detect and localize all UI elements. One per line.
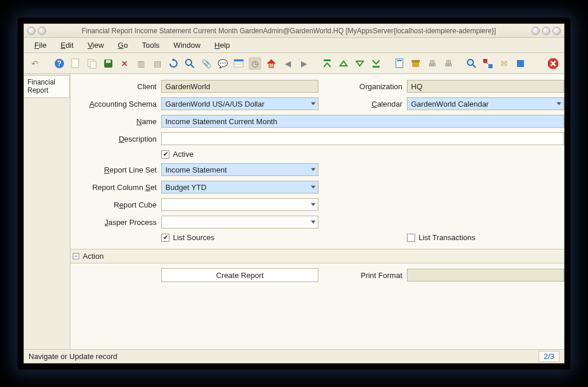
app-window: Financial Report Income Statement Curren… — [23, 23, 565, 364]
find-icon[interactable] — [183, 57, 196, 70]
organization-label: Organization — [322, 82, 403, 91]
name-label: Name — [70, 117, 158, 126]
svg-point-19 — [467, 59, 473, 65]
grid-icon[interactable] — [232, 57, 245, 70]
svg-rect-16 — [397, 60, 402, 61]
action-section-label: Action — [83, 252, 104, 261]
svg-text:?: ? — [57, 59, 61, 68]
description-label: Description — [70, 135, 158, 143]
svg-rect-4 — [90, 61, 96, 68]
tab-label-line2: Report — [27, 86, 66, 94]
calendar-label: Calendar — [322, 100, 403, 108]
print-format-label: Print Format — [322, 271, 403, 280]
nav-prev-icon[interactable]: ◀ — [281, 57, 294, 70]
maximize-button[interactable] — [542, 27, 550, 35]
report-cube-combo[interactable] — [161, 198, 318, 211]
help-icon[interactable]: ? — [53, 57, 66, 70]
menu-window[interactable]: Window — [168, 40, 206, 51]
exit-icon[interactable] — [547, 57, 559, 70]
active-checkbox-row[interactable]: ✔ Active — [161, 150, 564, 159]
refresh-icon[interactable] — [167, 57, 180, 70]
tab-sidebar: Financial Report — [24, 74, 70, 349]
list-transactions-row[interactable]: List Transactions — [407, 233, 564, 242]
active-checkbox[interactable]: ✔ — [161, 150, 169, 159]
history-icon[interactable]: ◷ — [249, 57, 261, 70]
organization-field: HQ — [407, 80, 564, 93]
window-title: Financial Report Income Statement Curren… — [46, 27, 532, 35]
calendar-combo[interactable]: GardenWorld Calendar — [407, 97, 564, 110]
action-section[interactable]: − Action — [70, 249, 564, 263]
svg-rect-2 — [72, 59, 79, 68]
menu-edit[interactable]: Edit — [55, 40, 79, 51]
zoom-icon[interactable] — [465, 57, 478, 70]
accounting-schema-combo[interactable]: GardenWorld US/A/US Dollar — [161, 97, 318, 110]
svg-rect-24 — [517, 60, 524, 67]
create-report-button[interactable]: Create Report — [161, 268, 318, 282]
menu-help[interactable]: Help — [208, 40, 236, 51]
print-icon[interactable]: 🖶 — [426, 57, 438, 70]
copy-icon[interactable] — [86, 57, 98, 70]
client-field: GardenWorld — [161, 80, 318, 93]
print-format-field — [407, 269, 564, 282]
list-sources-row[interactable]: ✔ List Sources — [161, 233, 318, 242]
chat-icon[interactable]: 💬 — [216, 57, 229, 70]
svg-line-23 — [487, 63, 488, 64]
tab-label-line1: Financial — [27, 78, 66, 86]
request-icon[interactable]: ✉ — [498, 57, 511, 70]
list-transactions-checkbox[interactable] — [407, 234, 415, 242]
save-icon[interactable] — [102, 57, 115, 70]
svg-line-8 — [191, 65, 194, 68]
svg-rect-18 — [412, 60, 420, 62]
menu-tools[interactable]: Tools — [136, 40, 165, 51]
home-icon[interactable] — [265, 57, 278, 70]
report-line-set-combo[interactable]: Income Statement — [161, 163, 318, 176]
first-record-icon[interactable] — [321, 57, 334, 70]
print2-icon[interactable]: 🖶 — [442, 57, 455, 70]
delete-icon[interactable]: ✕ — [118, 57, 131, 70]
nav-next-icon[interactable]: ▶ — [297, 57, 310, 70]
next-record-icon[interactable] — [353, 57, 366, 70]
name-field[interactable]: Income Statement Current Month — [161, 115, 564, 128]
workflow-icon[interactable] — [481, 57, 494, 70]
window-menu-icon[interactable] — [27, 27, 36, 35]
titlebar: Financial Report Income Statement Curren… — [24, 24, 564, 38]
archive-icon[interactable] — [409, 57, 422, 70]
form-panel: Client GardenWorld Organization HQ Accou… — [70, 74, 564, 349]
jasper-process-combo[interactable] — [161, 216, 318, 228]
record-counter: 2/3 — [539, 351, 559, 362]
svg-point-7 — [186, 59, 192, 65]
menu-go[interactable]: Go — [112, 40, 133, 51]
last-record-icon[interactable] — [370, 57, 382, 70]
new-icon[interactable] — [69, 57, 82, 70]
client-label: Client — [70, 82, 158, 91]
close-window-button[interactable] — [552, 27, 561, 35]
product-icon[interactable] — [514, 57, 527, 70]
tab-financial-report[interactable]: Financial Report — [24, 75, 70, 98]
menu-file[interactable]: File — [29, 40, 52, 51]
statusbar: Navigate or Update record 2/3 — [24, 349, 564, 363]
prev-record-icon[interactable] — [337, 57, 350, 70]
report-line-set-label: Report Line Set — [70, 166, 158, 174]
svg-rect-22 — [488, 64, 493, 68]
report-cube-label: Report Cube — [70, 200, 158, 209]
list-sources-label: List Sources — [173, 233, 215, 242]
list-transactions-label: List Transactions — [419, 233, 476, 242]
description-field[interactable] — [161, 132, 564, 145]
jasper-process-label: Jasper Process — [70, 218, 158, 227]
minimize-button[interactable] — [532, 27, 540, 35]
toolbar: ↶ ? ✕ ▥ ▤ 📎 💬 ◷ ◀ ▶ — [24, 53, 564, 74]
active-label: Active — [173, 150, 193, 159]
list-sources-checkbox[interactable]: ✔ — [161, 234, 169, 242]
attach-icon[interactable]: 📎 — [200, 57, 212, 70]
menubar: File Edit View Go Tools Window Help — [24, 38, 564, 53]
report-column-set-combo[interactable]: Budget YTD — [161, 181, 318, 194]
report-icon[interactable] — [393, 57, 406, 70]
undo-icon[interactable]: ↶ — [29, 57, 41, 70]
svg-rect-21 — [483, 59, 487, 63]
svg-line-20 — [473, 65, 476, 68]
folder2-icon[interactable]: ▤ — [151, 57, 164, 70]
menu-view[interactable]: View — [82, 40, 109, 51]
folder-icon[interactable]: ▥ — [134, 57, 147, 70]
main-area: Financial Report Client GardenWorld Orga… — [24, 74, 564, 349]
collapse-icon[interactable]: − — [73, 253, 79, 259]
